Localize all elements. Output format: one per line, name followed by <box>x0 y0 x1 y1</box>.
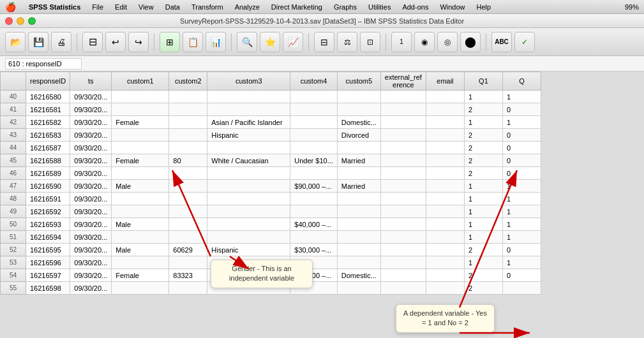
cell-ts[interactable]: 09/30/20... <box>70 142 112 154</box>
cell-custom2[interactable] <box>169 193 207 205</box>
cell-ts[interactable]: 09/30/20... <box>70 218 112 231</box>
table-row[interactable]: 41 16216581 09/30/20... 2 0 <box>1 103 541 116</box>
cell-email[interactable] <box>426 129 464 142</box>
cell-Q1[interactable]: 1 <box>464 116 502 129</box>
cell-custom1[interactable] <box>112 103 169 116</box>
cell-custom5[interactable] <box>337 282 380 295</box>
cell-custom4[interactable]: $40,000 –... <box>290 218 338 231</box>
cell-Q[interactable]: 0 <box>502 103 541 116</box>
cell-responseID[interactable]: 16216595 <box>26 244 70 256</box>
cell-Q1[interactable]: 1 <box>464 218 502 231</box>
cell-custom3[interactable] <box>207 167 290 180</box>
cell-Q[interactable]: 1 <box>502 231 541 244</box>
cell-ts[interactable]: 09/30/20... <box>70 231 112 244</box>
table-row[interactable]: 47 16216590 09/30/20... Male $90,000 –..… <box>1 180 541 193</box>
cell-custom5[interactable]: Married <box>337 180 380 193</box>
cell-custom3[interactable]: Asian / Pacific Islander <box>207 116 290 129</box>
table-row[interactable]: 40 16216580 09/30/20... 1 1 <box>1 91 541 103</box>
cell-email[interactable] <box>426 91 464 103</box>
cell-custom3[interactable]: White / Caucasian <box>207 154 290 167</box>
cell-custom1[interactable]: Female <box>112 269 169 282</box>
cell-custom2[interactable] <box>169 116 207 129</box>
cell-external-ref[interactable] <box>380 205 426 218</box>
data-grid-container[interactable]: responseID ts custom1 custom2 custom3 cu… <box>0 71 644 338</box>
cell-Q1[interactable]: 1 <box>464 180 502 193</box>
menu-edit[interactable]: Edit <box>110 2 132 12</box>
cell-email[interactable] <box>426 142 464 154</box>
cell-custom5[interactable]: Domestic... <box>337 116 380 129</box>
cell-custom1[interactable]: Female <box>112 154 169 167</box>
variable-view-button[interactable]: 📋 <box>183 32 203 52</box>
cell-responseID[interactable]: 16216580 <box>26 91 70 103</box>
cell-external-ref[interactable] <box>380 282 426 295</box>
cell-custom3[interactable] <box>207 180 290 193</box>
cell-ts[interactable]: 09/30/20... <box>70 91 112 103</box>
cell-responseID[interactable]: 16216587 <box>26 142 70 154</box>
cell-responseID[interactable]: 16216596 <box>26 256 70 269</box>
cell-responseID[interactable]: 16216588 <box>26 154 70 167</box>
col-header-responseID[interactable]: responseID <box>26 72 70 91</box>
cell-custom2[interactable]: 60629 <box>169 244 207 256</box>
table-row[interactable]: 52 16216595 09/30/20... Male 60629 Hispa… <box>1 244 541 256</box>
cell-custom2[interactable] <box>169 129 207 142</box>
cell-Q[interactable]: 0 <box>502 142 541 154</box>
cell-Q[interactable]: 1 <box>502 256 541 269</box>
cell-Q1[interactable]: 1 <box>464 231 502 244</box>
cell-custom1[interactable]: Male <box>112 218 169 231</box>
menu-data[interactable]: Data <box>160 2 185 12</box>
cell-custom5[interactable] <box>337 244 380 256</box>
cell-external-ref[interactable] <box>380 154 426 167</box>
cell-external-ref[interactable] <box>380 167 426 180</box>
cell-responseID[interactable]: 16216593 <box>26 218 70 231</box>
table-row[interactable]: 43 16216583 09/30/20... Hispanic Divorce… <box>1 129 541 142</box>
cell-Q[interactable]: 1 <box>502 205 541 218</box>
cell-responseID[interactable]: 16216581 <box>26 103 70 116</box>
cell-Q[interactable]: 1 <box>502 91 541 103</box>
menu-utilities[interactable]: Utilities <box>363 2 396 12</box>
cell-ts[interactable]: 09/30/20... <box>70 154 112 167</box>
cell-Q1[interactable]: 1 <box>464 256 502 269</box>
col-header-external-ref[interactable]: external_reference <box>380 72 426 91</box>
cell-external-ref[interactable] <box>380 180 426 193</box>
cell-external-ref[interactable] <box>380 218 426 231</box>
cell-custom3[interactable] <box>207 142 290 154</box>
cell-Q1[interactable]: 2 <box>464 142 502 154</box>
cell-email[interactable] <box>426 205 464 218</box>
cell-ref-input[interactable] <box>5 58 82 70</box>
cell-email[interactable] <box>426 269 464 282</box>
cell-Q1[interactable]: 1 <box>464 193 502 205</box>
cell-custom5[interactable] <box>337 142 380 154</box>
cell-custom4[interactable] <box>290 129 338 142</box>
menu-analyze[interactable]: Analyze <box>230 2 265 12</box>
cell-custom5[interactable] <box>337 193 380 205</box>
cell-ts[interactable]: 09/30/20... <box>70 269 112 282</box>
cell-Q1[interactable]: 2 <box>464 167 502 180</box>
cell-responseID[interactable]: 16216583 <box>26 129 70 142</box>
cell-custom4[interactable] <box>290 205 338 218</box>
cell-ts[interactable]: 09/30/20... <box>70 205 112 218</box>
cell-external-ref[interactable] <box>380 116 426 129</box>
cell-custom2[interactable] <box>169 231 207 244</box>
cell-custom2[interactable] <box>169 218 207 231</box>
menu-transform[interactable]: Transform <box>186 2 228 12</box>
cell-custom2[interactable] <box>169 205 207 218</box>
open-button[interactable]: 📂 <box>5 32 26 52</box>
menu-help[interactable]: Help <box>472 2 497 12</box>
cell-custom5[interactable] <box>337 256 380 269</box>
cell-custom1[interactable] <box>112 129 169 142</box>
undo-button[interactable]: ↩ <box>105 32 126 52</box>
cell-Q1[interactable]: 2 <box>464 154 502 167</box>
cell-Q1[interactable]: 2 <box>464 129 502 142</box>
menu-view[interactable]: View <box>133 2 159 12</box>
cell-responseID[interactable]: 16216591 <box>26 193 70 205</box>
cell-custom3[interactable] <box>207 103 290 116</box>
cell-ts[interactable]: 09/30/20... <box>70 103 112 116</box>
cell-ts[interactable]: 09/30/20... <box>70 180 112 193</box>
cell-custom1[interactable]: Male <box>112 244 169 256</box>
col-header-Q1[interactable]: Q1 <box>464 72 502 91</box>
cell-external-ref[interactable] <box>380 231 426 244</box>
cell-custom5[interactable] <box>337 205 380 218</box>
col-header-custom4[interactable]: custom4 <box>290 72 338 91</box>
menu-graphs[interactable]: Graphs <box>329 2 362 12</box>
cell-email[interactable] <box>426 218 464 231</box>
